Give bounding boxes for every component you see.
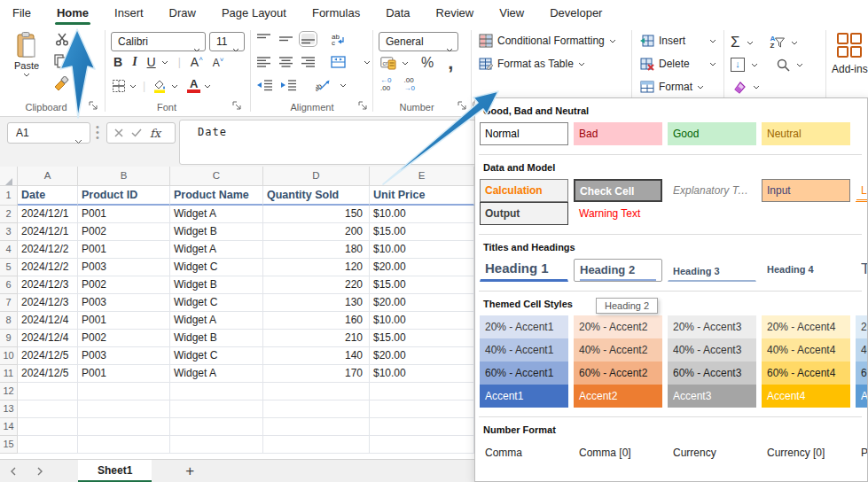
bottom-align-icon[interactable] — [301, 34, 315, 44]
cell[interactable]: 150 — [263, 206, 370, 223]
cell-style-accent2[interactable]: Accent2 — [574, 385, 662, 408]
chevron-down-icon[interactable] — [70, 59, 77, 64]
cell[interactable] — [18, 418, 78, 436]
enter-icon[interactable] — [131, 125, 142, 141]
chevron-down-icon[interactable] — [129, 84, 137, 89]
cell[interactable]: Widget A — [170, 206, 263, 223]
font-size-select[interactable]: 11 — [209, 32, 245, 51]
cell[interactable]: P001 — [78, 312, 170, 330]
cell[interactable] — [78, 436, 170, 454]
cell[interactable]: $20.00 — [370, 347, 474, 365]
column-header-A[interactable]: A — [18, 167, 78, 186]
cell-style-output[interactable]: Output — [480, 202, 568, 225]
row-header-11[interactable]: 11 — [0, 365, 18, 383]
cell[interactable]: $15.00 — [370, 276, 474, 294]
sheet-tab-sheet1[interactable]: Sheet1 — [78, 460, 152, 482]
row-header-6[interactable]: 6 — [0, 276, 18, 294]
alignment-dialog-launcher[interactable] — [358, 101, 369, 112]
row-header-3[interactable]: 3 — [0, 223, 18, 241]
number-dialog-launcher[interactable] — [457, 101, 468, 112]
copy-button[interactable] — [53, 54, 77, 68]
italic-button[interactable]: I — [132, 55, 137, 69]
insert-function-icon[interactable]: fx — [150, 127, 160, 140]
cell-style-60-accent1[interactable]: 60% - Accent1 — [480, 362, 568, 385]
cell-style-currency[interactable]: Currency — [668, 441, 756, 463]
cell[interactable]: $15.00 — [370, 330, 474, 347]
orientation-icon[interactable]: ab — [316, 79, 331, 91]
row-header-10[interactable]: 10 — [0, 347, 18, 365]
cell[interactable]: $10.00 — [370, 206, 474, 223]
cell[interactable]: 210 — [263, 330, 370, 347]
cell[interactable] — [370, 383, 474, 400]
cell-style-comma[interactable]: Comma — [480, 441, 568, 463]
menu-tab-view[interactable]: View — [499, 6, 524, 19]
cell-style-accent3[interactable]: Accent3 — [668, 385, 756, 408]
chevron-down-icon[interactable] — [171, 84, 178, 89]
insert-cells-button[interactable]: Insert — [640, 34, 716, 48]
merge-center-icon[interactable] — [331, 56, 346, 68]
cell[interactable]: 2024/12/2 — [18, 259, 78, 276]
font-dialog-launcher[interactable] — [232, 101, 243, 112]
cell-style-40-accent5[interactable]: 40% - Accent5 — [856, 338, 868, 362]
cell[interactable]: $20.00 — [370, 294, 474, 312]
cell[interactable]: Unit Price — [370, 186, 474, 206]
cell[interactable]: 2024/12/1 — [18, 206, 78, 223]
format-as-table-button[interactable]: Format as Table — [479, 57, 585, 71]
cell-style-bad[interactable]: Bad — [574, 122, 662, 145]
find-select-icon[interactable] — [777, 58, 790, 72]
conditional-formatting-button[interactable]: Conditional Formatting — [479, 34, 616, 48]
row-header-1[interactable]: 1 — [0, 186, 18, 206]
cell[interactable]: 130 — [263, 294, 370, 312]
cell-style-heading-1[interactable]: Heading 1 — [480, 260, 568, 282]
cell-style-warning-text[interactable]: Warning Text — [574, 202, 662, 225]
align-right-icon[interactable] — [301, 57, 315, 67]
chevron-down-icon[interactable] — [364, 60, 371, 65]
cell[interactable] — [370, 418, 474, 436]
row-header-9[interactable]: 9 — [0, 330, 18, 347]
cell[interactable]: Widget B — [170, 330, 263, 347]
row-header-8[interactable]: 8 — [0, 312, 18, 330]
cell-style-40-accent3[interactable]: 40% - Accent3 — [668, 338, 756, 362]
wrap-text-icon[interactable]: abc — [331, 33, 346, 45]
cell[interactable]: $10.00 — [370, 241, 474, 259]
cell[interactable]: Widget C — [170, 347, 263, 365]
cell[interactable]: Widget B — [170, 276, 263, 294]
cell[interactable]: 2024/12/3 — [18, 276, 78, 294]
cell[interactable]: Widget A — [170, 365, 263, 383]
menu-tab-home[interactable]: Home — [57, 6, 89, 19]
menu-tab-draw[interactable]: Draw — [169, 6, 196, 19]
cell[interactable]: $15.00 — [370, 223, 474, 241]
cell[interactable]: P002 — [78, 223, 170, 241]
align-left-icon[interactable] — [257, 57, 270, 67]
cell-style-accent5[interactable]: Accent5 — [856, 385, 868, 408]
cell[interactable]: Widget B — [170, 223, 263, 241]
cell[interactable]: P002 — [78, 276, 170, 294]
increase-decimal-button[interactable]: ←0 .00 — [380, 76, 391, 92]
cell-style-linked-cell[interactable]: Linked Cell — [856, 179, 868, 202]
menu-tab-developer[interactable]: Developer — [550, 6, 602, 19]
cell[interactable]: P003 — [78, 294, 170, 312]
autosum-button[interactable]: Σ — [731, 34, 740, 51]
row-header-15[interactable]: 15 — [0, 436, 18, 454]
clipboard-dialog-launcher[interactable] — [89, 101, 99, 112]
delete-cells-button[interactable]: Delete — [640, 57, 716, 71]
percent-style-button[interactable]: % — [421, 55, 434, 71]
fill-button[interactable]: ↓ — [731, 58, 745, 72]
cell[interactable]: P001 — [78, 365, 170, 383]
cell[interactable]: Date — [18, 186, 78, 206]
prev-sheet-icon[interactable] — [0, 463, 27, 479]
cell[interactable] — [170, 400, 263, 418]
decrease-indent-icon[interactable] — [257, 80, 272, 91]
cell-style-heading-4[interactable]: Heading 4 — [762, 263, 850, 282]
cell-style-check-cell[interactable]: Check Cell — [574, 179, 662, 202]
next-sheet-icon[interactable] — [27, 463, 53, 479]
column-header-B[interactable]: B — [78, 167, 170, 186]
cell-style-60-accent5[interactable]: 60% - Accent5 — [856, 362, 868, 385]
cell[interactable]: 2024/12/4 — [18, 312, 78, 330]
row-header-2[interactable]: 2 — [0, 206, 18, 223]
cell[interactable]: Widget A — [170, 312, 263, 330]
cell-style-comma-0-[interactable]: Comma [0] — [574, 441, 662, 463]
cell-style-60-accent2[interactable]: 60% - Accent2 — [574, 362, 662, 385]
cell[interactable]: P001 — [78, 241, 170, 259]
cell[interactable] — [263, 400, 370, 418]
